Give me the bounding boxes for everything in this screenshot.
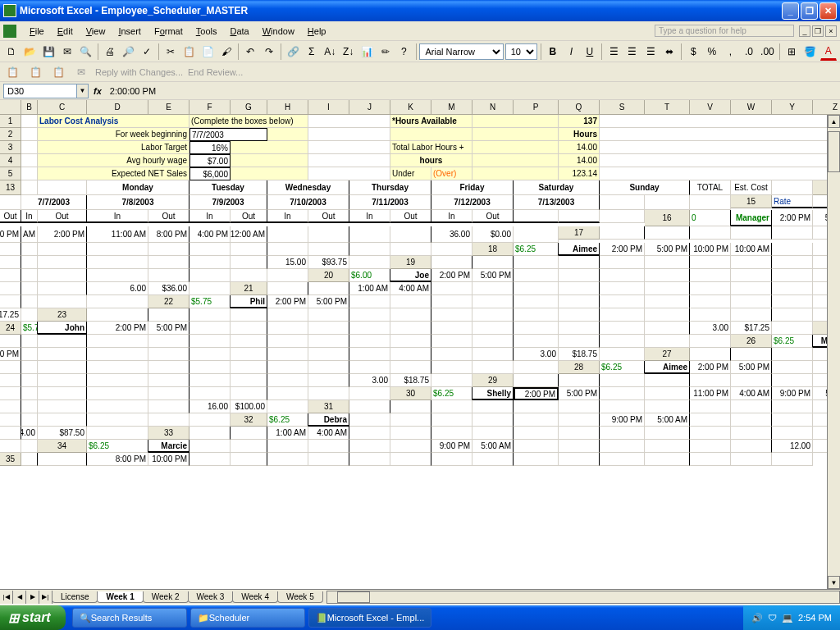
in-header[interactable]: In: [87, 210, 148, 223]
name-box[interactable]: D30: [3, 84, 77, 98]
shift-in[interactable]: [431, 348, 472, 361]
row-header-34[interactable]: 34: [38, 440, 87, 453]
row-header-32[interactable]: 32: [231, 413, 267, 427]
shift-in[interactable]: [600, 374, 645, 387]
cell[interactable]: [21, 180, 38, 195]
bold-button[interactable]: B: [545, 43, 562, 61]
start-button[interactable]: ⊞start: [0, 605, 66, 630]
shift-in[interactable]: [431, 453, 472, 466]
shift-out[interactable]: [38, 335, 87, 348]
date[interactable]: 7/10/2003: [267, 195, 349, 210]
cell[interactable]: [600, 128, 840, 141]
shift-in[interactable]: [87, 400, 148, 413]
shift-in[interactable]: 8:00 AM: [21, 226, 38, 243]
out-header[interactable]: Out: [472, 210, 514, 223]
tray-icon[interactable]: 🔊: [751, 613, 763, 623]
cell[interactable]: [231, 154, 308, 167]
shift-in[interactable]: 4:00 PM: [189, 226, 231, 243]
shift-out[interactable]: [559, 453, 600, 466]
col-header-V[interactable]: V: [690, 100, 731, 115]
shift-out[interactable]: 2:00 PM: [38, 226, 87, 243]
spell-icon[interactable]: ✓: [139, 43, 156, 61]
cell[interactable]: [514, 226, 559, 243]
total-cell[interactable]: [87, 413, 148, 427]
shift-out[interactable]: [38, 256, 87, 269]
shift-out[interactable]: [0, 413, 21, 427]
tray-icon3[interactable]: 💻: [782, 613, 793, 623]
shift-out[interactable]: [0, 243, 21, 256]
row-header-24[interactable]: 24: [0, 322, 21, 335]
shift-out[interactable]: [38, 269, 87, 282]
shift-out[interactable]: [231, 243, 267, 256]
shift-out[interactable]: [231, 322, 267, 335]
shift-in[interactable]: [772, 243, 813, 256]
shift-in[interactable]: [21, 413, 38, 427]
shift-out[interactable]: [645, 269, 690, 282]
shift-in[interactable]: [690, 269, 731, 282]
shift-in[interactable]: 9:00 PM: [431, 440, 472, 453]
shift-out[interactable]: [231, 387, 267, 400]
shift-out[interactable]: [148, 256, 189, 269]
shift-out[interactable]: [390, 361, 431, 374]
employee-name[interactable]: Debra: [308, 413, 349, 427]
shift-in[interactable]: [87, 361, 148, 374]
wage[interactable]: $7.00: [189, 154, 231, 167]
out-header[interactable]: Out: [231, 210, 267, 223]
taskbar-item[interactable]: 📁 Scheduler: [190, 608, 305, 628]
shift-in[interactable]: [349, 348, 390, 361]
shift-in[interactable]: [514, 453, 559, 466]
shift-in[interactable]: [267, 243, 308, 256]
row-header-31[interactable]: 31: [308, 400, 349, 413]
formula-bar[interactable]: 2:00:00 PM: [107, 86, 837, 96]
cell[interactable]: [645, 195, 690, 210]
employee-name[interactable]: Joe: [390, 269, 431, 282]
cost-cell[interactable]: [38, 295, 87, 308]
shift-out[interactable]: 5:00 PM: [148, 322, 189, 335]
cell[interactable]: [349, 256, 390, 269]
rate-cell[interactable]: $6.00: [349, 269, 390, 282]
doc-restore[interactable]: ❐: [812, 25, 824, 37]
menu-format[interactable]: Format: [148, 25, 189, 38]
copy-icon[interactable]: 📋: [180, 43, 198, 61]
shift-out[interactable]: [645, 440, 690, 453]
col-header-I[interactable]: I: [308, 100, 349, 115]
total-cell[interactable]: 12.00: [772, 440, 813, 453]
scroll-up-icon[interactable]: ▲: [828, 115, 840, 128]
shift-out[interactable]: [0, 387, 21, 400]
doc-minimize[interactable]: _: [799, 25, 810, 37]
shift-out[interactable]: [559, 256, 600, 269]
shift-out[interactable]: [38, 282, 87, 295]
row-header-33[interactable]: 33: [148, 427, 189, 440]
cell[interactable]: [600, 115, 840, 128]
total-cell[interactable]: 16.00: [189, 400, 231, 413]
shift-in[interactable]: [267, 453, 308, 466]
cell[interactable]: [21, 141, 38, 154]
shift-in[interactable]: [87, 387, 148, 400]
cell[interactable]: [231, 141, 308, 154]
align-left-icon[interactable]: ☰: [605, 43, 623, 61]
shift-out[interactable]: [472, 282, 514, 295]
cell[interactable]: [472, 154, 559, 167]
shift-in[interactable]: 9:00 PM: [600, 413, 645, 427]
row-header-17[interactable]: 17: [559, 226, 600, 240]
shift-in[interactable]: [431, 308, 472, 322]
shift-out[interactable]: [559, 427, 600, 440]
row-header-21[interactable]: 21: [231, 282, 267, 295]
total-cell[interactable]: [349, 243, 390, 256]
row-header-30[interactable]: 30: [390, 387, 431, 400]
cell[interactable]: [189, 413, 231, 427]
increase-decimal-icon[interactable]: .0: [741, 43, 758, 61]
size-select[interactable]: 10: [505, 43, 537, 60]
shift-in[interactable]: [772, 400, 813, 413]
shift-in[interactable]: [772, 226, 813, 240]
shift-in[interactable]: [21, 243, 38, 256]
cell[interactable]: [600, 210, 645, 223]
shift-out[interactable]: [308, 322, 349, 335]
sheet-tab-week-3[interactable]: Week 3: [188, 591, 234, 603]
shift-in[interactable]: [21, 335, 38, 348]
total-hours[interactable]: 14.00: [559, 141, 600, 154]
cell[interactable]: [600, 167, 840, 180]
menu-file[interactable]: File: [23, 25, 51, 38]
rate-cell[interactable]: 0: [690, 210, 731, 226]
employee-name[interactable]: Shelly: [472, 387, 514, 400]
